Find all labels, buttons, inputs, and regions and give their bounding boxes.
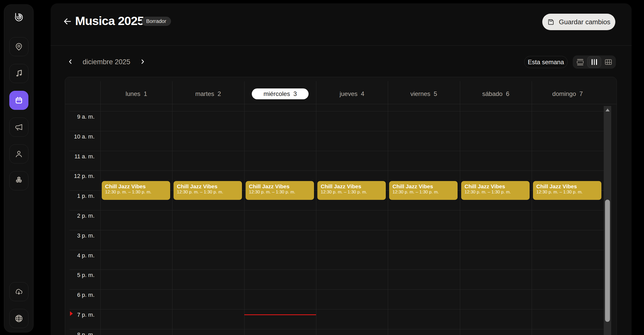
current-time-line	[244, 314, 316, 315]
back-button[interactable]	[62, 17, 72, 27]
save-button[interactable]: Guardar cambios	[542, 14, 615, 30]
column-divider	[532, 81, 532, 335]
column-divider	[172, 81, 172, 335]
column-divider	[460, 81, 460, 335]
sidebar-item-globe[interactable]	[9, 309, 28, 328]
day-number: 7	[579, 90, 583, 97]
view-toggle-group	[573, 55, 616, 69]
hour-line	[69, 230, 604, 230]
hour-line	[69, 111, 604, 111]
sidebar-item-music-note[interactable]	[9, 64, 28, 83]
time-label: 6 p. m.	[69, 292, 95, 298]
event-chill-jazz-vibes[interactable]: Chill Jazz Vibes12:30 p. m. – 1:30 p. m.	[389, 181, 458, 200]
event-time: 12:30 p. m. – 1:30 p. m.	[465, 189, 527, 195]
hour-line	[69, 250, 604, 250]
app-window: Musica 2025 Borrador Guardar cambios dic…	[0, 0, 644, 335]
topbar-divider	[51, 45, 632, 46]
day-name: sábado	[482, 90, 502, 97]
grid-view-icon	[605, 59, 612, 65]
event-chill-jazz-vibes[interactable]: Chill Jazz Vibes12:30 p. m. – 1:30 p. m.	[533, 181, 601, 200]
day-name: domingo	[552, 90, 576, 97]
event-chill-jazz-vibes[interactable]: Chill Jazz Vibes12:30 p. m. – 1:30 p. m.	[317, 181, 386, 200]
user-icon	[14, 149, 23, 159]
event-chill-jazz-vibes[interactable]: Chill Jazz Vibes12:30 p. m. – 1:30 p. m.	[102, 181, 170, 200]
sidebar-item-megaphone[interactable]	[9, 118, 28, 137]
hour-line	[69, 329, 604, 329]
time-label: 8 p. m.	[69, 331, 95, 335]
time-label: 2 p. m.	[69, 213, 95, 219]
time-label: 5 p. m.	[69, 272, 95, 279]
day-name: lunes	[125, 90, 140, 97]
event-title: Chill Jazz Vibes	[465, 183, 527, 189]
globe-icon	[14, 314, 23, 323]
save-button-label: Guardar cambios	[559, 18, 610, 26]
day-header-domingo[interactable]: domingo7	[539, 88, 596, 99]
scrollbar-up-arrow[interactable]	[606, 109, 610, 111]
megaphone-icon	[14, 122, 23, 132]
event-title: Chill Jazz Vibes	[536, 183, 598, 189]
status-badge: Borrador	[142, 17, 171, 26]
month-navigation: diciembre 2025	[67, 56, 146, 68]
hour-line	[69, 269, 604, 270]
event-time: 12:30 p. m. – 1:30 p. m.	[392, 189, 454, 195]
current-time-arrow-icon	[70, 311, 73, 316]
save-icon	[547, 18, 555, 26]
event-chill-jazz-vibes[interactable]: Chill Jazz Vibes12:30 p. m. – 1:30 p. m.	[174, 181, 242, 200]
column-divider	[100, 81, 101, 335]
month-label: diciembre 2025	[83, 58, 130, 66]
day-name: martes	[195, 90, 214, 97]
time-label: 11 a. m.	[69, 153, 95, 160]
event-time: 12:30 p. m. – 1:30 p. m.	[321, 189, 383, 195]
day-number: 1	[144, 90, 147, 97]
day-view-icon	[577, 59, 584, 65]
grid-view-button[interactable]	[601, 56, 615, 68]
day-number: 5	[434, 90, 437, 97]
event-title: Chill Jazz Vibes	[392, 183, 454, 189]
chevron-left-icon[interactable]	[67, 58, 74, 66]
vertical-scrollbar-thumb[interactable]	[605, 200, 610, 322]
brand-spiral-logo	[13, 12, 25, 24]
day-header-jueves[interactable]: jueves4	[324, 88, 380, 99]
day-header-divider	[65, 104, 617, 104]
hour-line	[69, 289, 604, 290]
day-name: viernes	[410, 90, 430, 97]
day-header-viernes[interactable]: viernes5	[395, 88, 452, 99]
calendar-panel: lunes1martes2miércoles3jueves4viernes5sá…	[65, 77, 617, 335]
day-header-miércoles[interactable]: miércoles3	[252, 88, 309, 99]
main-content: Musica 2025 Borrador Guardar cambios dic…	[51, 3, 632, 335]
topbar: Musica 2025 Borrador Guardar cambios	[51, 3, 632, 45]
day-header-lunes[interactable]: lunes1	[108, 88, 165, 99]
column-divider	[388, 81, 388, 335]
column-divider	[316, 81, 316, 335]
hour-line	[69, 131, 604, 131]
sidebar	[4, 4, 34, 332]
calendar-icon	[14, 96, 23, 105]
event-title: Chill Jazz Vibes	[249, 183, 311, 189]
event-chill-jazz-vibes[interactable]: Chill Jazz Vibes12:30 p. m. – 1:30 p. m.	[246, 181, 314, 200]
time-label: 10 a. m.	[69, 133, 95, 140]
day-view-button[interactable]	[573, 56, 587, 68]
event-title: Chill Jazz Vibes	[105, 183, 167, 189]
chevron-right-icon[interactable]	[139, 58, 146, 66]
sidebar-item-location-pin[interactable]	[9, 37, 28, 56]
day-header-martes[interactable]: martes2	[180, 88, 237, 99]
day-header-sábado[interactable]: sábado6	[467, 88, 524, 99]
columns-view-button[interactable]	[587, 56, 601, 68]
event-time: 12:30 p. m. – 1:30 p. m.	[249, 189, 311, 195]
hour-line	[69, 170, 604, 171]
event-time: 12:30 p. m. – 1:30 p. m.	[536, 189, 598, 195]
day-name: jueves	[340, 90, 357, 97]
sidebar-item-cubes[interactable]	[9, 171, 28, 190]
music-note-icon	[14, 69, 23, 78]
this-week-button[interactable]: Esta semana	[524, 56, 568, 68]
page-title: Musica 2025	[75, 14, 144, 28]
time-label: 3 p. m.	[69, 232, 95, 239]
sidebar-item-calendar[interactable]	[9, 91, 28, 110]
location-pin-icon	[14, 42, 23, 51]
hour-line	[69, 309, 604, 309]
cloud-download-icon	[14, 287, 23, 296]
event-chill-jazz-vibes[interactable]: Chill Jazz Vibes12:30 p. m. – 1:30 p. m.	[461, 181, 530, 200]
sidebar-item-user[interactable]	[9, 144, 28, 164]
sidebar-item-cloud-download[interactable]	[9, 282, 28, 301]
column-divider	[244, 81, 245, 335]
